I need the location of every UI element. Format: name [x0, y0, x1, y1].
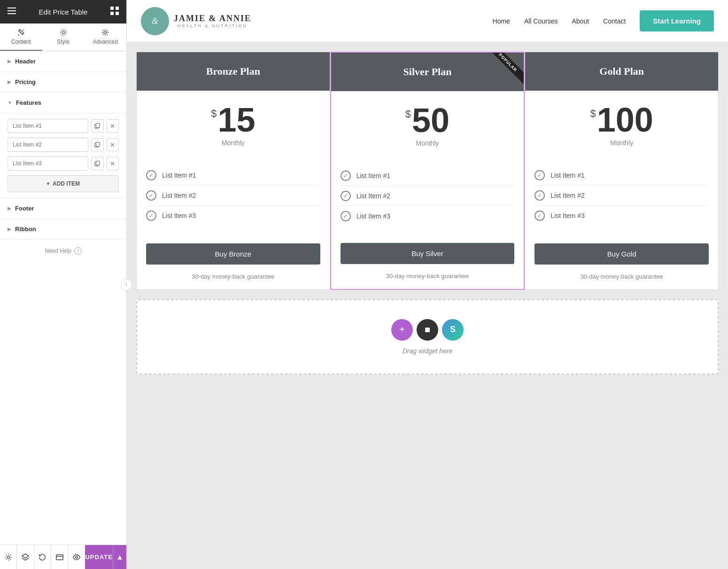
bronze-guarantee: 30-day money-back guarantee [137, 268, 330, 289]
gold-price-display: $ 100 [534, 105, 709, 135]
silver-feature-3: ✓ List Item #3 [341, 206, 515, 226]
silver-buy-area: Buy Silver [331, 235, 524, 268]
section-header-pricing[interactable]: ▶ Pricing [0, 72, 126, 93]
check-icon: ✓ [341, 171, 351, 181]
silver-title: Silver Plan [341, 66, 515, 78]
add-widget-icon[interactable]: + [391, 319, 413, 341]
arrow-icon: ▶ [8, 79, 11, 85]
update-button[interactable]: UPDATE [85, 545, 112, 569]
update-expand-button[interactable]: ▲ [113, 545, 126, 569]
section-header-footer[interactable]: ▶ Footer [0, 198, 126, 219]
bronze-feature-2: ✓ List Item #2 [146, 186, 320, 206]
bronze-buy-area: Buy Bronze [137, 236, 330, 268]
arrow-down-icon: ▼ [8, 100, 12, 105]
bronze-feature-1: ✓ List Item #1 [146, 165, 320, 186]
silver-dollar: $ [405, 109, 411, 119]
tab-advanced[interactable]: Advanced [84, 23, 126, 51]
tab-content[interactable]: Content [0, 23, 42, 51]
gold-price-number: 100 [597, 105, 653, 135]
preview-icon-btn[interactable] [51, 545, 68, 569]
right-content: & JAMIE & ANNIE HEALTH & NUTRITION Home … [127, 0, 728, 569]
panel-topbar: Edit Price Table [0, 0, 126, 23]
history-icon-btn[interactable] [34, 545, 51, 569]
check-icon: ✓ [341, 211, 351, 221]
s-widget-icon[interactable]: S [442, 319, 464, 341]
silver-price-area: $ 50 Monthly [331, 91, 524, 156]
square-widget-icon[interactable]: ■ [417, 319, 438, 341]
remove-item-2-button[interactable]: ✕ [107, 138, 119, 151]
list-item-1-input[interactable] [8, 119, 88, 133]
silver-feature-2: ✓ List Item #2 [341, 186, 515, 206]
check-icon: ✓ [534, 210, 545, 221]
eye-icon-btn[interactable] [68, 545, 85, 569]
duplicate-item-1-button[interactable] [91, 119, 104, 133]
duplicate-item-2-button[interactable] [91, 138, 104, 151]
check-icon: ✓ [534, 170, 545, 180]
arrow-icon: ▶ [8, 206, 11, 211]
silver-price-display: $ 50 [341, 105, 515, 136]
drag-widget-area: + ■ S Drag widget here [136, 299, 719, 374]
svg-point-20 [76, 556, 78, 558]
drag-hint: Drag widget here [403, 347, 453, 355]
svg-point-7 [62, 31, 64, 33]
grid-icon[interactable] [110, 7, 119, 17]
settings-icon-btn[interactable] [0, 545, 17, 569]
buy-gold-button[interactable]: Buy Gold [534, 243, 709, 265]
svg-rect-5 [110, 12, 114, 15]
section-header-ribbon[interactable]: ▶ Ribbon [0, 219, 126, 240]
section-header-features[interactable]: ▼ Features [0, 93, 126, 113]
buy-bronze-button[interactable]: Buy Bronze [146, 243, 320, 265]
logo-text: JAMIE & ANNIE HEALTH & NUTRITION [174, 14, 251, 28]
remove-item-1-button[interactable]: ✕ [107, 119, 119, 133]
panel-footer: UPDATE ▲ [0, 545, 126, 569]
svg-rect-15 [96, 161, 100, 165]
check-icon: ✓ [146, 170, 156, 180]
gold-features: ✓ List Item #1 ✓ List Item #2 ✓ List Ite… [525, 156, 718, 236]
start-learning-button[interactable]: Start Learning [640, 10, 714, 31]
svg-rect-3 [110, 7, 114, 10]
check-icon: ✓ [341, 191, 351, 201]
silver-card-header: Silver Plan POPULAR [331, 53, 524, 91]
gold-card-header: Gold Plan [525, 52, 718, 91]
gold-period: Monthly [534, 139, 709, 147]
svg-rect-2 [8, 13, 16, 14]
gold-feature-1: ✓ List Item #1 [534, 165, 709, 186]
nav-about[interactable]: About [572, 17, 589, 25]
layers-icon-btn[interactable] [17, 545, 34, 569]
svg-rect-18 [56, 554, 62, 560]
svg-text:&: & [152, 16, 158, 26]
gold-guarantee: 30-day money-back guarantee [525, 268, 718, 289]
below-area [136, 384, 719, 440]
add-item-button[interactable]: + ADD ITEM [8, 175, 119, 192]
nav-home[interactable]: Home [493, 17, 510, 25]
hamburger-icon[interactable] [8, 8, 16, 16]
list-item-3-input[interactable] [8, 156, 88, 171]
bronze-feature-3: ✓ List Item #3 [146, 206, 320, 226]
pricing-card-silver: Silver Plan POPULAR $ 50 Monthly ✓ List … [330, 52, 525, 290]
remove-item-3-button[interactable]: ✕ [107, 157, 119, 170]
buy-silver-button[interactable]: Buy Silver [341, 243, 515, 264]
collapse-handle[interactable]: ‹ [121, 279, 132, 290]
nav-contact[interactable]: Contact [603, 17, 626, 25]
silver-guarantee: 30-day money-back guarantee [331, 268, 524, 289]
silver-period: Monthly [341, 140, 515, 147]
section-header-header[interactable]: ▶ Header [0, 51, 126, 72]
widget-icons: + ■ S [391, 319, 464, 341]
gold-dollar: $ [590, 109, 596, 119]
svg-rect-1 [8, 10, 16, 11]
check-icon: ✓ [146, 210, 156, 221]
duplicate-item-3-button[interactable] [91, 157, 104, 170]
svg-point-8 [60, 30, 66, 36]
check-icon: ✓ [534, 190, 545, 201]
nav-all-courses[interactable]: All Courses [524, 17, 558, 25]
pricing-card-gold: Gold Plan $ 100 Monthly ✓ List Item #1 [525, 52, 719, 290]
gold-price-area: $ 100 Monthly [525, 91, 718, 156]
bronze-price-area: $ 15 Monthly [137, 91, 330, 156]
list-item-row-1: ✕ [8, 119, 119, 133]
help-icon[interactable]: ? [74, 247, 82, 255]
tab-style[interactable]: Style [42, 23, 85, 51]
panel-body: ▶ Header ▶ Pricing ▼ Features ✕ [0, 51, 126, 545]
list-item-2-input[interactable] [8, 138, 88, 152]
left-panel: Edit Price Table Content Style Advanced [0, 0, 127, 569]
svg-point-16 [7, 556, 9, 558]
